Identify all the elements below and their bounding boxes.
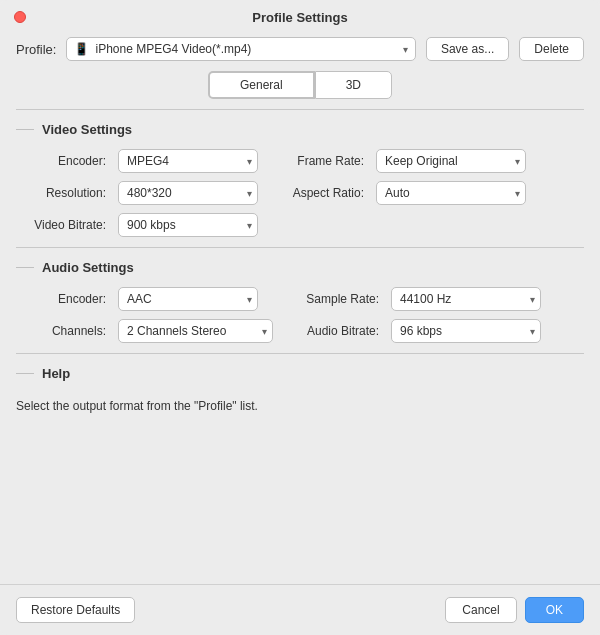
video-resolution-select-wrapper: 480*320 ▾ <box>118 181 258 205</box>
video-encoder-row: Encoder: MPEG4 ▾ <box>16 149 258 173</box>
video-encoder-label: Encoder: <box>16 154 106 168</box>
sample-rate-row: Sample Rate: 44100 Hz ▾ <box>289 287 541 311</box>
tab-general[interactable]: General <box>208 71 315 99</box>
audio-left-fields: Encoder: AAC ▾ Channels: <box>16 287 273 343</box>
window: Profile Settings Profile: 📱 iPhone MPEG4… <box>0 0 600 635</box>
audio-encoder-row: Encoder: AAC ▾ <box>16 287 273 311</box>
audio-encoder-select-wrapper: AAC ▾ <box>118 287 258 311</box>
video-encoder-select[interactable]: MPEG4 <box>118 149 258 173</box>
sample-rate-label: Sample Rate: <box>289 292 379 306</box>
profile-row: Profile: 📱 iPhone MPEG4 Video(*.mp4) ▾ S… <box>0 33 600 71</box>
title-bar: Profile Settings <box>0 0 600 33</box>
tabs-row: General 3D <box>0 71 600 109</box>
help-section-header: Help <box>16 366 584 381</box>
channels-select-wrapper: 2 Channels Stereo ▾ <box>118 319 273 343</box>
video-section-header: Video Settings <box>16 122 584 137</box>
channels-select[interactable]: 2 Channels Stereo <box>118 319 273 343</box>
audio-encoder-select[interactable]: AAC <box>118 287 258 311</box>
aspect-ratio-row: Aspect Ratio: Auto ▾ <box>274 181 526 205</box>
video-resolution-label: Resolution: <box>16 186 106 200</box>
frame-rate-select[interactable]: Keep Original <box>376 149 526 173</box>
video-bitrate-select[interactable]: 900 kbps <box>118 213 258 237</box>
window-title: Profile Settings <box>252 10 347 25</box>
profile-select-wrapper: 📱 iPhone MPEG4 Video(*.mp4) ▾ <box>66 37 415 61</box>
video-resolution-row: Resolution: 480*320 ▾ <box>16 181 258 205</box>
audio-right-fields: Sample Rate: 44100 Hz ▾ Audio Bitrate: <box>289 287 541 343</box>
video-resolution-select[interactable]: 480*320 <box>118 181 258 205</box>
help-text: Select the output format from the "Profi… <box>16 393 584 415</box>
restore-defaults-button[interactable]: Restore Defaults <box>16 597 135 623</box>
delete-button[interactable]: Delete <box>519 37 584 61</box>
video-section-title: Video Settings <box>42 122 132 137</box>
profile-label: Profile: <box>16 42 56 57</box>
aspect-ratio-select-wrapper: Auto ▾ <box>376 181 526 205</box>
video-section-line <box>16 129 34 130</box>
audio-bitrate-select-wrapper: 96 kbps ▾ <box>391 319 541 343</box>
profile-select[interactable]: iPhone MPEG4 Video(*.mp4) <box>66 37 415 61</box>
frame-rate-row: Frame Rate: Keep Original ▾ <box>274 149 526 173</box>
audio-bitrate-row: Audio Bitrate: 96 kbps ▾ <box>289 319 541 343</box>
sample-rate-select[interactable]: 44100 Hz <box>391 287 541 311</box>
close-button[interactable] <box>14 11 26 23</box>
help-section-title: Help <box>42 366 70 381</box>
aspect-ratio-select[interactable]: Auto <box>376 181 526 205</box>
frame-rate-label: Frame Rate: <box>274 154 364 168</box>
audio-section-line <box>16 267 34 268</box>
video-bitrate-label: Video Bitrate: <box>16 218 106 232</box>
frame-rate-select-wrapper: Keep Original ▾ <box>376 149 526 173</box>
help-section: Help Select the output format from the "… <box>0 354 600 425</box>
video-encoder-select-wrapper: MPEG4 ▾ <box>118 149 258 173</box>
video-left-fields: Encoder: MPEG4 ▾ Resolution: <box>16 149 258 237</box>
tab-3d[interactable]: 3D <box>315 71 392 99</box>
footer: Restore Defaults Cancel OK <box>0 584 600 635</box>
audio-bitrate-label: Audio Bitrate: <box>289 324 379 338</box>
video-right-fields: Frame Rate: Keep Original ▾ Aspect Ratio… <box>274 149 526 237</box>
cancel-button[interactable]: Cancel <box>445 597 516 623</box>
audio-fields-container: Encoder: AAC ▾ Channels: <box>16 287 584 343</box>
audio-section-header: Audio Settings <box>16 260 584 275</box>
video-settings-section: Video Settings Encoder: MPEG4 ▾ <box>0 110 600 247</box>
save-as-button[interactable]: Save as... <box>426 37 509 61</box>
video-bitrate-select-wrapper: 900 kbps ▾ <box>118 213 258 237</box>
aspect-ratio-label: Aspect Ratio: <box>274 186 364 200</box>
footer-right-buttons: Cancel OK <box>445 597 584 623</box>
channels-row: Channels: 2 Channels Stereo ▾ <box>16 319 273 343</box>
help-section-line <box>16 373 34 374</box>
audio-bitrate-select[interactable]: 96 kbps <box>391 319 541 343</box>
traffic-lights <box>14 11 26 23</box>
audio-encoder-label: Encoder: <box>16 292 106 306</box>
channels-label: Channels: <box>16 324 106 338</box>
video-fields-container: Encoder: MPEG4 ▾ Resolution: <box>16 149 584 237</box>
video-bitrate-row: Video Bitrate: 900 kbps ▾ <box>16 213 258 237</box>
audio-settings-section: Audio Settings Encoder: AAC ▾ <box>0 248 600 353</box>
audio-section-title: Audio Settings <box>42 260 134 275</box>
content-area: Video Settings Encoder: MPEG4 ▾ <box>0 109 600 584</box>
ok-button[interactable]: OK <box>525 597 584 623</box>
sample-rate-select-wrapper: 44100 Hz ▾ <box>391 287 541 311</box>
